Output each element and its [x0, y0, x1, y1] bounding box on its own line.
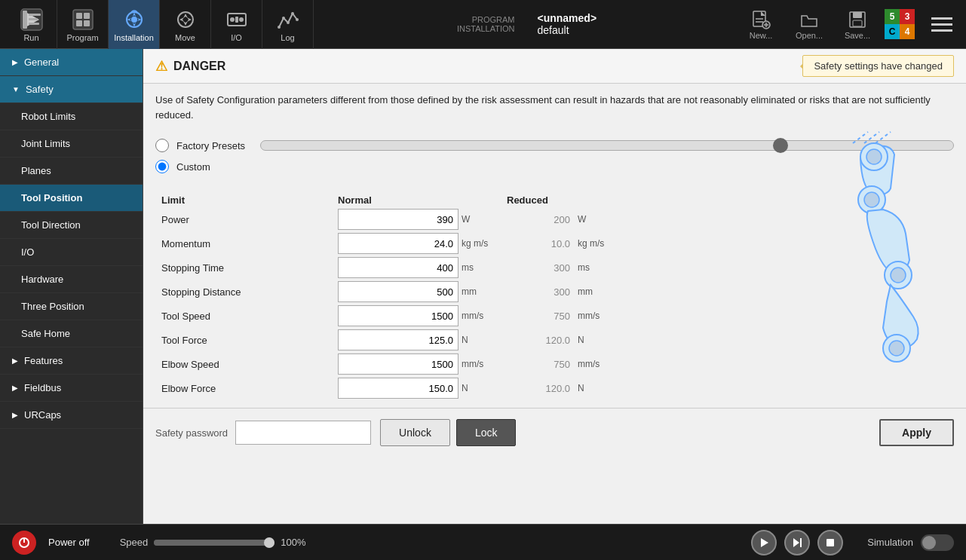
stopping-distance-reduced-input[interactable] [507, 281, 575, 302]
preset-slider-thumb[interactable] [773, 138, 788, 153]
svg-rect-3 [29, 18, 38, 20]
chevron-right-features-icon: ▶ [12, 357, 18, 365]
svg-point-17 [278, 26, 281, 29]
chevron-right-urcaps-icon: ▶ [12, 411, 18, 419]
elbow-speed-normal-unit: mm/s [462, 359, 492, 369]
nav-installation[interactable]: Installation [109, 0, 160, 49]
warning-body-text: Use of Safety Configuration parameters d… [155, 94, 931, 121]
svg-point-20 [291, 12, 294, 15]
stopping-time-reduced-input[interactable] [507, 257, 575, 278]
speed-slider-track[interactable] [154, 540, 274, 546]
svg-line-33 [876, 132, 891, 143]
momentum-reduced-input[interactable] [507, 233, 575, 254]
stop-button[interactable] [817, 530, 843, 555]
power-button[interactable] [12, 531, 36, 555]
robot-limits-label: Robot Limits [21, 111, 75, 122]
elbow-speed-reduced-input[interactable] [507, 353, 575, 375]
three-position-label: Three Position [21, 301, 84, 312]
apply-button[interactable]: Apply [879, 419, 954, 446]
factory-preset-radio[interactable] [155, 139, 169, 152]
elbow-force-reduced-input[interactable] [507, 378, 575, 399]
sidebar-item-robot-limits[interactable]: Robot Limits [0, 103, 143, 130]
installation-label: Installation [114, 33, 154, 42]
custom-radio[interactable] [155, 160, 169, 173]
svg-rect-5 [73, 10, 93, 29]
sidebar-item-urcaps[interactable]: ▶ URCaps [0, 402, 143, 429]
tool-speed-reduced-input[interactable] [507, 305, 575, 326]
elbow-force-label: Elbow Force [161, 383, 335, 394]
new-action[interactable]: New... [740, 0, 782, 49]
sidebar-item-tool-direction[interactable]: Tool Direction [0, 212, 143, 239]
hamburger-menu[interactable] [924, 10, 960, 39]
sidebar-item-general[interactable]: ▶ General [0, 49, 143, 76]
program-name: <unnamed> [538, 12, 597, 24]
password-row: Safety password Unlock Lock Apply [143, 408, 966, 457]
simulation-toggle[interactable] [921, 534, 954, 551]
sidebar-item-joint-limits[interactable]: Joint Limits [0, 130, 143, 158]
nav-log[interactable]: Log [262, 0, 314, 49]
power-reduced-input-group: W [507, 209, 673, 230]
lock-controls: Unlock Lock [380, 419, 516, 446]
table-row: Elbow Force N N [155, 378, 954, 399]
elbow-speed-reduced-unit: mm/s [578, 359, 608, 369]
tool-force-reduced-input[interactable] [507, 329, 575, 350]
power-reduced-input[interactable] [507, 209, 575, 230]
svg-rect-6 [76, 13, 82, 19]
power-normal-unit: W [462, 214, 492, 225]
sidebar-item-safe-home[interactable]: Safe Home [0, 320, 143, 347]
sidebar-item-tool-position[interactable]: Tool Position [0, 185, 143, 212]
tool-direction-label: Tool Direction [21, 219, 81, 231]
stopping-distance-normal-unit: mm [462, 286, 492, 297]
nav-move[interactable]: Move [160, 0, 211, 49]
elbow-speed-normal-input[interactable] [338, 353, 458, 375]
password-input[interactable] [235, 421, 371, 445]
tool-speed-reduced-unit: mm/s [578, 311, 608, 321]
io-label: I/O [231, 33, 242, 42]
svg-rect-7 [84, 13, 90, 19]
elbow-force-normal-group: N [338, 378, 504, 399]
sidebar-item-fieldbus[interactable]: ▶ Fieldbus [0, 375, 143, 402]
sidebar-item-three-position[interactable]: Three Position [0, 293, 143, 320]
svg-marker-44 [761, 538, 768, 547]
nav-actions: New... Open... Save... 5 3 C 4 [740, 0, 960, 49]
step-button[interactable] [784, 530, 810, 555]
sidebar-item-planes[interactable]: Planes [0, 158, 143, 185]
tool-force-normal-input[interactable] [338, 329, 458, 350]
momentum-normal-unit: kg m/s [462, 238, 492, 249]
elbow-force-normal-unit: N [462, 383, 492, 393]
lock-button[interactable]: Lock [456, 419, 517, 446]
save-action[interactable]: Save... [836, 0, 879, 49]
sidebar-item-features[interactable]: ▶ Features [0, 347, 143, 375]
nav-io[interactable]: I/O [211, 0, 262, 49]
nav-run[interactable]: Run [6, 0, 57, 49]
momentum-reduced-unit: kg m/s [578, 238, 608, 249]
badge-4: 4 [900, 24, 915, 39]
svg-point-14 [230, 17, 235, 22]
elbow-speed-reduced-group: mm/s [507, 353, 673, 375]
momentum-normal-input[interactable] [338, 233, 458, 254]
elbow-force-reduced-group: N [507, 378, 673, 399]
momentum-label: Momentum [161, 238, 335, 249]
stopping-distance-normal-input[interactable] [338, 281, 458, 302]
sidebar-item-hardware[interactable]: Hardware [0, 266, 143, 293]
power-normal-input[interactable] [338, 209, 458, 230]
unlock-button[interactable]: Unlock [380, 419, 450, 446]
open-action[interactable]: Open... [788, 0, 830, 49]
new-label: New... [750, 31, 773, 40]
tool-speed-normal-group: mm/s [338, 305, 504, 326]
elbow-force-reduced-unit: N [578, 383, 608, 393]
nav-program[interactable]: Program [57, 0, 109, 49]
run-label: Run [23, 33, 38, 42]
log-label: Log [281, 33, 294, 42]
danger-text: DANGER [173, 60, 225, 73]
stopping-time-label: Stopping Time [161, 262, 335, 274]
sidebar-item-io[interactable]: I/O [0, 239, 143, 266]
svg-point-11 [131, 17, 137, 23]
sidebar-item-safety[interactable]: ▼ Safety [0, 76, 143, 103]
stopping-time-normal-input[interactable] [338, 257, 458, 278]
stopping-distance-reduced-group: mm [507, 281, 673, 302]
elbow-force-normal-input[interactable] [338, 378, 458, 399]
speed-section: Speed 100% [120, 537, 306, 548]
play-button[interactable] [751, 530, 777, 555]
tool-speed-normal-input[interactable] [338, 305, 458, 326]
